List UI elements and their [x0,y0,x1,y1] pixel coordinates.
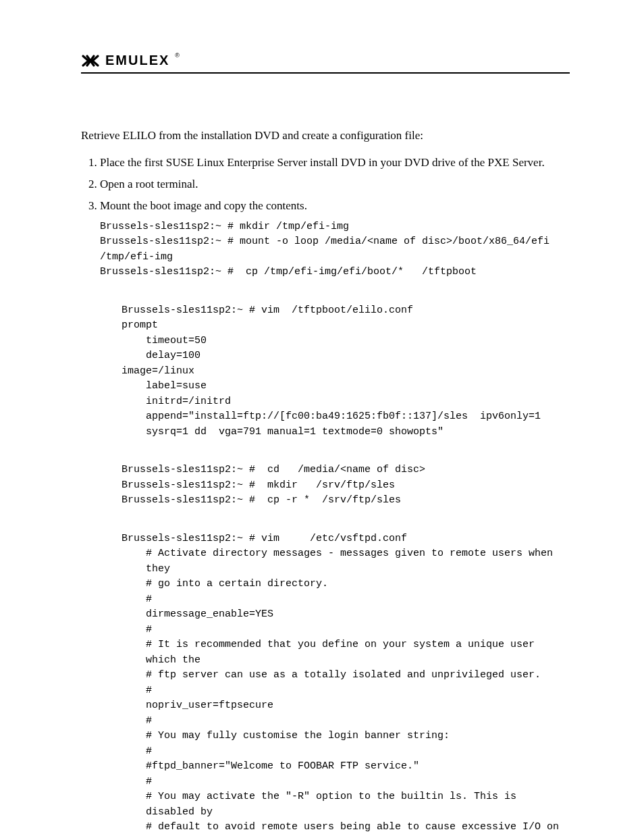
terminal-command: Brussels-sles11sp2:~ # vim /tftpboot/eli… [122,303,570,319]
code-line: #ftpd_banner="Welcome to FOOBAR FTP serv… [122,759,570,775]
code-line: Brussels-sles11sp2:~ # mount -o loop /me… [100,234,570,265]
code-line: Brussels-sles11sp2:~ # cp -r * /srv/ftp/… [122,493,570,509]
step-item: Mount the boot image and copy the conten… [100,197,570,280]
terminal-command: Brussels-sles11sp2:~ # vim /etc/vsftpd.c… [122,531,570,547]
steps-list: Place the first SUSE Linux Enterprise Se… [81,154,570,280]
document-page: EMULEX ® Retrieve ELILO from the install… [0,0,644,834]
registered-mark: ® [175,52,180,59]
step-item: Place the first SUSE Linux Enterprise Se… [100,154,570,172]
code-line: Brussels-sles11sp2:~ # cp /tmp/efi-img/e… [100,265,570,280]
copy-commands-block: Brussels-sles11sp2:~ # cd /media/<name o… [81,463,570,509]
code-line: # You may activate the "-R" option to th… [122,789,570,820]
code-line: # It is recommended that you define on y… [122,637,570,668]
code-line: # Activate directory messages - messages… [122,546,570,577]
elilo-conf-block: Brussels-sles11sp2:~ # vim /tftpboot/eli… [81,303,570,440]
code-line: append="install=ftp://[fc00:ba49:1625:fb… [122,409,570,440]
code-block-step3: Brussels-sles11sp2:~ # mkdir /tmp/efi-im… [100,219,570,280]
step-text: Mount the boot image and copy the conten… [100,199,307,212]
code-line: # You may fully customise the login bann… [122,729,570,744]
code-line: # [122,592,570,608]
brand-name: EMULEX [105,53,169,68]
code-line: delay=100 [122,348,570,364]
emulex-logo-icon [81,54,100,68]
code-line: initrd=/initrd [122,394,570,410]
code-line: # [122,623,570,638]
code-line: dirmessage_enable=YES [122,607,570,623]
code-line: # default to avoid remote users being ab… [122,820,570,834]
code-line: Brussels-sles11sp2:~ # mkdir /tmp/efi-im… [100,219,570,235]
code-line: # go into a certain directory. [122,577,570,592]
page-header: EMULEX ® [81,53,570,74]
code-line: prompt [122,318,570,334]
intro-paragraph: Retrieve ELILO from the installation DVD… [81,128,570,145]
code-line: # [122,744,570,760]
code-line: nopriv_user=ftpsecure [122,698,570,714]
code-line: label=suse [122,379,570,394]
code-line: timeout=50 [122,334,570,349]
code-line: Brussels-sles11sp2:~ # mkdir /srv/ftp/sl… [122,478,570,494]
step-item: Open a root terminal. [100,176,570,193]
code-line: # [122,714,570,729]
vsftpd-conf-block: Brussels-sles11sp2:~ # vim /etc/vsftpd.c… [81,531,570,834]
code-line: Brussels-sles11sp2:~ # cd /media/<name o… [122,463,570,478]
config-lines: prompttimeout=50delay=100image=/linuxlab… [122,318,570,440]
code-line: image=/linux [122,364,570,380]
code-line: # [122,683,570,699]
code-line: # [122,775,570,790]
config-lines: # Activate directory messages - messages… [122,546,570,834]
code-line: # ftp server can use as a totally isolat… [122,668,570,683]
